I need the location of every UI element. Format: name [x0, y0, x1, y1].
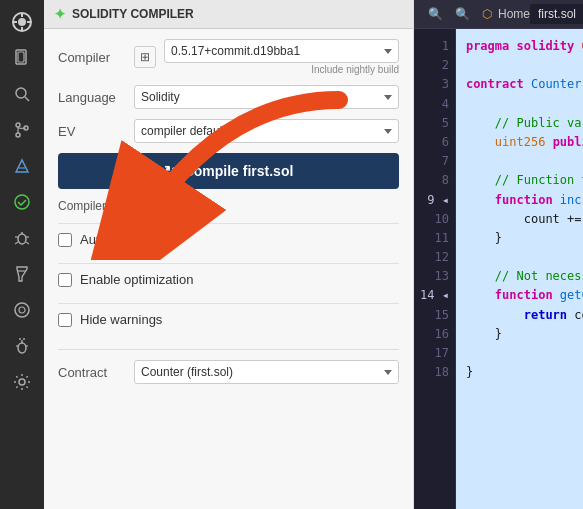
editor-header-left: 🔍 🔍 ⬡ Home — [424, 5, 530, 23]
home-icon: ⬡ — [482, 7, 492, 21]
svg-point-1 — [18, 18, 26, 26]
panel-header-icon: ✦ — [54, 6, 66, 22]
file-tab-label: first.sol — [538, 7, 576, 21]
sidebar — [0, 0, 44, 509]
svg-point-11 — [16, 133, 20, 137]
svg-rect-7 — [18, 52, 24, 62]
svg-point-24 — [19, 307, 25, 313]
language-label: Language — [58, 90, 126, 105]
hide-warnings-label[interactable]: Hide warnings — [80, 312, 162, 327]
svg-point-8 — [16, 88, 26, 98]
editor-body: 1 2 3 4 5 6 7 8 9 ◂ 10 11 12 13 14 ◂ 15 … — [414, 29, 583, 509]
line-numbers: 1 2 3 4 5 6 7 8 9 ◂ 10 11 12 13 14 ◂ 15 … — [414, 29, 456, 509]
contract-label: Contract — [58, 365, 126, 380]
svg-marker-13 — [16, 160, 28, 172]
compiler-icon-btn[interactable]: ⊞ — [134, 46, 156, 68]
hide-warnings-checkbox[interactable] — [58, 313, 72, 327]
ev-select[interactable]: compiler default — [134, 119, 399, 143]
panel-title: SOLIDITY COMPILER — [72, 7, 194, 21]
zoom-icons: 🔍 🔍 — [424, 5, 474, 23]
svg-point-15 — [15, 195, 29, 209]
files-icon[interactable] — [6, 42, 38, 74]
file-tab[interactable]: first.sol ✕ — [530, 4, 583, 24]
compiler-version-select[interactable]: 0.5.17+commit.d19bba1 — [164, 39, 399, 63]
auto-compile-checkbox[interactable] — [58, 233, 72, 247]
svg-point-10 — [16, 123, 20, 127]
svg-point-23 — [15, 303, 29, 317]
auto-compile-row: Auto compile — [58, 223, 399, 255]
test-icon[interactable] — [6, 258, 38, 290]
bug-icon[interactable] — [6, 222, 38, 254]
git-icon[interactable] — [6, 114, 38, 146]
package-icon[interactable] — [6, 294, 38, 326]
config-section: Compiler Configuration Auto compile Enab… — [58, 199, 399, 335]
panel-content: Compiler ⊞ 0.5.17+commit.d19bba1 Include… — [44, 29, 413, 509]
hide-warnings-row: Hide warnings — [58, 303, 399, 335]
search-icon[interactable] — [6, 78, 38, 110]
svg-point-31 — [19, 379, 25, 385]
svg-point-29 — [19, 338, 21, 340]
compiler-select-wrap: 0.5.17+commit.d19bba1 Include nightly bu… — [164, 39, 399, 75]
language-select[interactable]: Solidity — [134, 85, 399, 109]
language-row: Language Solidity — [58, 85, 399, 109]
home-tab[interactable]: ⬡ Home — [482, 7, 530, 21]
contract-row: Contract Counter (first.sol) — [58, 349, 399, 384]
ev-row: EV compiler default — [58, 119, 399, 143]
zoom-in-icon[interactable]: 🔍 — [451, 5, 474, 23]
panel-header: ✦ SOLIDITY COMPILER — [44, 0, 413, 29]
enable-optimization-checkbox[interactable] — [58, 273, 72, 287]
plugin-icon[interactable] — [6, 330, 38, 362]
enable-optimization-label[interactable]: Enable optimization — [80, 272, 193, 287]
settings-icon[interactable] — [6, 366, 38, 398]
editor-header: 🔍 🔍 ⬡ Home first.sol ✕ — [414, 0, 583, 29]
contract-select[interactable]: Counter (first.sol) — [134, 360, 399, 384]
compiler-label: Compiler — [58, 50, 126, 65]
home-tab-label: Home — [498, 7, 530, 21]
ev-label: EV — [58, 124, 126, 139]
compiler-row: Compiler ⊞ 0.5.17+commit.d19bba1 Include… — [58, 39, 399, 75]
enable-optimization-row: Enable optimization — [58, 263, 399, 295]
compile-button[interactable]: ↻ Compile first.sol — [58, 153, 399, 189]
code-content[interactable]: pragma solidity 0.5.17 contract Counter … — [456, 29, 583, 509]
config-title: Compiler Configuration — [58, 199, 399, 213]
deploy-icon[interactable] — [6, 150, 38, 182]
compiler-panel: ✦ SOLIDITY COMPILER Compiler ⊞ 0.5.17+co… — [44, 0, 414, 509]
svg-point-30 — [23, 338, 25, 340]
svg-line-21 — [26, 242, 29, 244]
svg-point-25 — [18, 343, 26, 353]
code-editor: 🔍 🔍 ⬡ Home first.sol ✕ 1 2 3 4 5 6 7 8 9… — [414, 0, 583, 509]
logo-icon[interactable] — [6, 6, 38, 38]
svg-line-20 — [15, 242, 18, 244]
verify-icon[interactable] — [6, 186, 38, 218]
svg-line-9 — [25, 97, 29, 101]
auto-compile-label[interactable]: Auto compile — [80, 232, 155, 247]
compile-btn-label: Compile first.sol — [184, 163, 294, 179]
compile-btn-icon: ↻ — [164, 163, 176, 179]
svg-point-16 — [18, 234, 26, 244]
nightly-hint: Include nightly build — [164, 64, 399, 75]
zoom-out-icon[interactable]: 🔍 — [424, 5, 447, 23]
